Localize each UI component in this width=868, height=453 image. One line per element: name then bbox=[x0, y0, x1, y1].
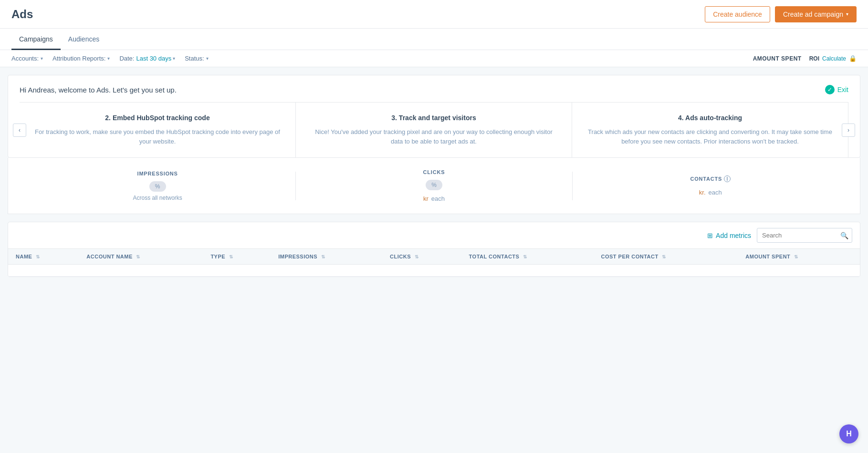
header-actions: Create audience Create ad campaign ▾ bbox=[705, 6, 857, 22]
status-select[interactable]: ▾ bbox=[206, 56, 209, 61]
accounts-arrow: ▾ bbox=[41, 56, 43, 61]
status-label: Status: bbox=[185, 55, 204, 62]
sort-clicks-icon: ⇅ bbox=[415, 254, 419, 259]
step-card-1: 2. Embed HubSpot tracking code For track… bbox=[20, 103, 296, 157]
contacts-title: CONTACTS i bbox=[690, 175, 731, 182]
data-toolbar: ⊞ Add metrics 🔍 bbox=[8, 222, 860, 249]
status-filter: Status: ▾ bbox=[185, 55, 208, 62]
add-metrics-label: Add metrics bbox=[716, 232, 751, 239]
step-card-3: 4. Ads auto-tracking Track which ads you… bbox=[572, 103, 848, 157]
th-impressions[interactable]: IMPRESSIONS ⇅ bbox=[271, 249, 382, 265]
th-account-name[interactable]: ACCOUNT NAME ⇅ bbox=[79, 249, 203, 265]
table-empty-row bbox=[8, 265, 860, 277]
date-select[interactable]: Last 30 days ▾ bbox=[136, 55, 175, 62]
metric-impressions: IMPRESSIONS % Across all networks bbox=[20, 171, 295, 201]
attribution-select[interactable]: ▾ bbox=[107, 56, 110, 61]
data-section: ⊞ Add metrics 🔍 NAME ⇅ ACCOUNT NAME ⇅ TY… bbox=[8, 222, 860, 277]
attribution-label: Attribution Reports: bbox=[52, 55, 105, 62]
contacts-each: each bbox=[709, 189, 722, 196]
accounts-filter: Accounts: ▾ bbox=[11, 55, 43, 62]
attribution-filter: Attribution Reports: ▾ bbox=[52, 55, 110, 62]
campaign-dropdown-arrow: ▾ bbox=[846, 11, 848, 17]
accounts-select[interactable]: ▾ bbox=[41, 56, 43, 61]
search-container: 🔍 bbox=[757, 228, 852, 243]
sort-type-icon: ⇅ bbox=[229, 254, 233, 259]
help-button[interactable]: H bbox=[839, 424, 858, 443]
sort-amount-icon: ⇅ bbox=[794, 254, 798, 259]
campaigns-table: NAME ⇅ ACCOUNT NAME ⇅ TYPE ⇅ IMPRESSIONS… bbox=[8, 249, 860, 277]
filter-bar: Accounts: ▾ Attribution Reports: ▾ Date:… bbox=[0, 50, 868, 67]
exit-check-icon: ✓ bbox=[825, 85, 835, 94]
date-label: Date: bbox=[119, 55, 134, 62]
impressions-sub: Across all networks bbox=[133, 195, 182, 201]
search-input[interactable] bbox=[757, 228, 852, 243]
th-name[interactable]: NAME ⇅ bbox=[8, 249, 79, 265]
table-header-row: NAME ⇅ ACCOUNT NAME ⇅ TYPE ⇅ IMPRESSIONS… bbox=[8, 249, 860, 265]
amount-spent-label: AMOUNT SPENT bbox=[753, 55, 802, 62]
date-value: Last 30 days bbox=[136, 55, 171, 62]
add-metrics-button[interactable]: ⊞ Add metrics bbox=[707, 232, 751, 239]
status-arrow: ▾ bbox=[206, 56, 209, 61]
sort-name-icon: ⇅ bbox=[36, 254, 40, 259]
welcome-header: Hi Andreas, welcome to Ads. Let's get yo… bbox=[20, 85, 848, 94]
page-title: Ads bbox=[11, 8, 33, 21]
date-arrow: ▾ bbox=[173, 56, 175, 61]
welcome-greeting: Hi Andreas, welcome to Ads. Let's get yo… bbox=[20, 86, 177, 94]
metrics-section: IMPRESSIONS % Across all networks CLICKS… bbox=[8, 158, 860, 214]
welcome-section: Hi Andreas, welcome to Ads. Let's get yo… bbox=[8, 75, 860, 158]
sort-impressions-icon: ⇅ bbox=[321, 254, 325, 259]
roi-calculate-link[interactable]: Calculate bbox=[822, 55, 846, 62]
tab-campaigns[interactable]: Campaigns bbox=[11, 29, 61, 50]
accounts-label: Accounts: bbox=[11, 55, 39, 62]
steps-nav-right[interactable]: › bbox=[842, 124, 855, 137]
th-amount-spent[interactable]: AMOUNT SPENT ⇅ bbox=[738, 249, 860, 265]
create-audience-button[interactable]: Create audience bbox=[705, 6, 770, 22]
clicks-each: each bbox=[431, 195, 445, 202]
step-title-3: 4. Ads auto-tracking bbox=[587, 114, 833, 122]
sort-total-contacts-icon: ⇅ bbox=[523, 254, 527, 259]
metric-clicks: CLICKS % kr each bbox=[296, 169, 572, 202]
th-type[interactable]: TYPE ⇅ bbox=[203, 249, 271, 265]
impressions-badge: % bbox=[149, 181, 166, 192]
exit-label: Exit bbox=[837, 86, 848, 93]
clicks-badge: % bbox=[426, 180, 442, 190]
th-cost-per-contact[interactable]: COST PER CONTACT ⇅ bbox=[593, 249, 738, 265]
attribution-arrow: ▾ bbox=[107, 56, 110, 61]
roi-label: ROI bbox=[809, 55, 819, 62]
table-empty-state bbox=[8, 265, 860, 277]
filter-right: AMOUNT SPENT ROI Calculate 🔒 bbox=[753, 55, 857, 62]
step-desc-3: Track which ads your new contacts are cl… bbox=[587, 127, 833, 146]
step-desc-1: For tracking to work, make sure you embe… bbox=[35, 127, 280, 146]
exit-button[interactable]: ✓ Exit bbox=[825, 85, 848, 94]
roi-section: ROI Calculate 🔒 bbox=[809, 55, 857, 62]
contacts-kr: kr. bbox=[699, 189, 706, 196]
steps-nav-left[interactable]: ‹ bbox=[13, 124, 26, 137]
clicks-kr: kr bbox=[423, 195, 429, 202]
th-total-contacts[interactable]: TOTAL CONTACTS ⇅ bbox=[461, 249, 594, 265]
lock-icon: 🔒 bbox=[849, 55, 857, 62]
sort-account-icon: ⇅ bbox=[136, 254, 140, 259]
impressions-title: IMPRESSIONS bbox=[137, 171, 178, 176]
date-filter: Date: Last 30 days ▾ bbox=[119, 55, 175, 62]
contacts-info-icon[interactable]: i bbox=[724, 175, 731, 182]
step-card-2: 3. Track and target visitors Nice! You'v… bbox=[296, 103, 572, 157]
contacts-values: kr. each bbox=[699, 189, 722, 196]
add-metrics-icon: ⊞ bbox=[707, 232, 713, 239]
search-icon: 🔍 bbox=[840, 232, 848, 239]
step-title-2: 3. Track and target visitors bbox=[311, 114, 556, 122]
step-title-1: 2. Embed HubSpot tracking code bbox=[35, 114, 280, 122]
clicks-values: kr each bbox=[423, 195, 445, 202]
create-campaign-button[interactable]: Create ad campaign ▾ bbox=[775, 6, 857, 22]
steps-container: ‹ 2. Embed HubSpot tracking code For tra… bbox=[20, 102, 848, 157]
tab-audiences[interactable]: Audiences bbox=[61, 29, 107, 50]
clicks-title: CLICKS bbox=[423, 169, 445, 175]
sort-cost-icon: ⇅ bbox=[662, 254, 666, 259]
metric-contacts: CONTACTS i kr. each bbox=[573, 175, 848, 196]
th-clicks[interactable]: CLICKS ⇅ bbox=[382, 249, 461, 265]
step-desc-2: Nice! You've added your tracking pixel a… bbox=[311, 127, 556, 146]
tabs-bar: Campaigns Audiences bbox=[0, 29, 868, 50]
top-header: Ads Create audience Create ad campaign ▾ bbox=[0, 0, 868, 29]
